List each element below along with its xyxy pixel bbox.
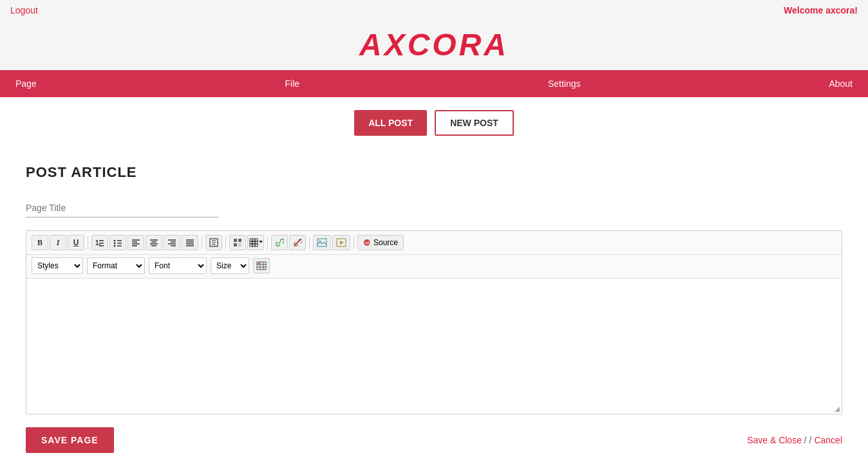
cancel-link[interactable]: Cancel [814, 435, 842, 445]
editor-resize-handle[interactable] [835, 407, 840, 412]
svg-rect-37 [250, 241, 252, 244]
nav-bar: Page File Settings About [0, 70, 868, 97]
toolbar-unlink-button[interactable] [289, 235, 306, 250]
welcome-suffix: ! [854, 5, 858, 15]
new-post-button[interactable]: NEW POST [435, 110, 514, 136]
toolbar-format-select[interactable]: Format Bold Italic [87, 257, 145, 274]
welcome-message: Welcome axcora! [784, 5, 858, 15]
table-special-icon [256, 261, 267, 270]
svg-rect-30 [234, 239, 237, 242]
svg-rect-35 [252, 239, 255, 241]
align-right-icon [167, 238, 176, 247]
toolbar-size-select[interactable]: Size 8 10 12 14 16 18 24 36 [211, 257, 249, 274]
svg-rect-40 [250, 244, 252, 246]
editor-body[interactable] [26, 279, 842, 414]
toolbar-bold-button[interactable]: B [32, 235, 48, 250]
justify-icon [185, 238, 194, 247]
logo: AXCORA [0, 27, 868, 62]
svg-rect-56 [258, 263, 259, 264]
editor-container: B I U 1. [26, 230, 842, 414]
svg-rect-41 [252, 244, 255, 246]
welcome-username: axcora [826, 5, 854, 15]
toolbar-block-button[interactable] [205, 235, 222, 250]
toolbar-table-dropdown-button[interactable] [247, 235, 264, 250]
toolbar-media-button[interactable] [332, 235, 350, 250]
svg-rect-33 [238, 243, 241, 246]
logout-link[interactable]: Logout [10, 5, 38, 15]
welcome-prefix: Welcome [784, 5, 826, 15]
toolbar-justify-button[interactable] [182, 235, 198, 250]
post-buttons-bar: ALL POST NEW POST [0, 97, 868, 149]
nav-item-file[interactable]: File [270, 70, 316, 97]
media-icon [336, 238, 346, 247]
svg-marker-48 [340, 241, 344, 245]
svg-rect-42 [255, 244, 258, 246]
svg-marker-43 [259, 241, 263, 243]
top-bar: Logout Welcome axcora! [0, 0, 868, 21]
toolbar-unordered-list-button[interactable] [109, 235, 126, 250]
align-center-icon [149, 238, 158, 247]
toolbar-font-select[interactable]: Font Arial Times New Roman Courier [149, 257, 207, 274]
svg-rect-45 [317, 239, 326, 246]
svg-text:</>: </> [365, 241, 371, 245]
svg-rect-39 [255, 241, 258, 244]
nav-item-settings[interactable]: Settings [533, 70, 596, 97]
source-label: Source [373, 238, 398, 247]
svg-rect-32 [234, 243, 237, 246]
toolbar-source-button[interactable]: </> Source [357, 235, 404, 250]
editor-toolbar-row1: B I U 1. [26, 231, 842, 255]
toolbar-separator-5 [309, 236, 310, 249]
ordered-list-icon: 1. [95, 238, 104, 247]
separator: / / [802, 435, 814, 445]
toolbar-image-button[interactable] [313, 235, 331, 250]
toolbar-separator-6 [354, 236, 354, 249]
save-page-button[interactable]: SAVE PAGE [26, 427, 114, 453]
nav-item-page[interactable]: Page [0, 70, 52, 97]
main-content: POST ARTICLE B I U 1. [0, 149, 868, 462]
page-title-input[interactable] [26, 199, 219, 217]
toolbar-link-button[interactable] [271, 235, 288, 250]
toolbar-separator-3 [225, 236, 226, 249]
source-icon: </> [363, 239, 371, 246]
toolbar-separator-1 [88, 236, 88, 249]
image-icon [317, 238, 327, 247]
svg-rect-36 [255, 239, 258, 241]
svg-rect-31 [238, 239, 241, 242]
bottom-actions: SAVE PAGE Save & Close / / Cancel [26, 427, 842, 453]
toolbar-underline-button[interactable]: U [68, 235, 84, 250]
save-close-link[interactable]: Save & Close [747, 435, 802, 445]
toolbar-align-center-button[interactable] [146, 235, 162, 250]
logo-container: AXCORA [0, 21, 868, 70]
svg-point-4 [114, 240, 116, 242]
save-close-links: Save & Close / / Cancel [747, 435, 842, 445]
toolbar-grid-button[interactable] [229, 235, 246, 250]
toolbar-styles-select[interactable]: Styles Normal Heading 1 Heading 2 [32, 257, 83, 274]
toolbar-align-right-button[interactable] [164, 235, 180, 250]
svg-rect-34 [250, 239, 252, 241]
toolbar-align-left-button[interactable] [127, 235, 144, 250]
svg-point-5 [114, 243, 116, 245]
table-grid-icon [249, 238, 258, 247]
toolbar-separator-2 [202, 236, 202, 249]
editor-toolbar-row2: Styles Normal Heading 1 Heading 2 Format… [26, 255, 842, 279]
nav-item-about[interactable]: About [813, 70, 868, 97]
unordered-list-icon [113, 238, 122, 247]
block-icon [209, 238, 218, 247]
svg-rect-38 [252, 241, 255, 244]
toolbar-table-special-button[interactable] [253, 258, 270, 273]
toolbar-ordered-list-button[interactable]: 1. [91, 235, 108, 250]
toolbar-separator-4 [267, 236, 268, 249]
page-heading: POST ARTICLE [26, 164, 842, 181]
link-icon [275, 238, 284, 247]
all-post-button[interactable]: ALL POST [354, 110, 427, 136]
svg-point-6 [114, 245, 116, 247]
align-left-icon [131, 238, 140, 247]
toolbar-italic-button[interactable]: I [50, 235, 66, 250]
unlink-icon [293, 238, 302, 247]
grid-icon [233, 238, 242, 247]
dropdown-arrow-icon [259, 241, 263, 245]
